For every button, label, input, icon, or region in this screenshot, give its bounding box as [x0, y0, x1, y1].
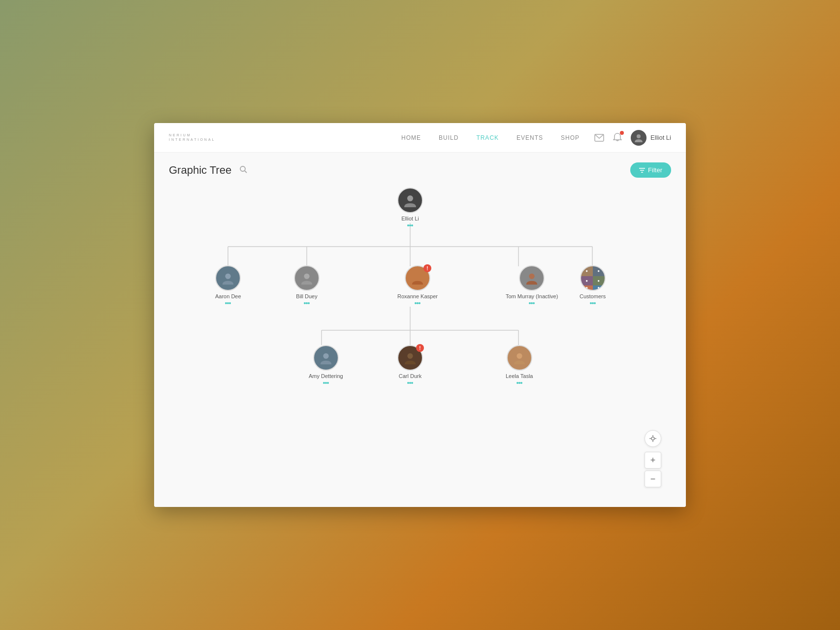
node-carl-durk[interactable]: ! Carl Durk — [397, 345, 423, 387]
node-amy-dettering[interactable]: Amy Dettering — [309, 345, 343, 387]
multi-cell-5: ● — [581, 285, 593, 290]
svg-point-41 — [594, 302, 596, 304]
svg-point-48 — [409, 382, 411, 384]
svg-point-36 — [529, 302, 531, 304]
node-aaron-dee[interactable]: Aaron Dee — [215, 265, 241, 307]
svg-point-19 — [407, 195, 413, 201]
nav-track[interactable]: TRACK — [476, 134, 499, 141]
node-expand-amy[interactable] — [323, 380, 329, 387]
node-name-leela: Leela Tasla — [506, 373, 533, 379]
filter-button[interactable]: Filter — [630, 162, 671, 178]
content-area: Graphic Tree Filter — [154, 153, 686, 507]
svg-point-47 — [407, 382, 409, 384]
node-roxanne-kasper[interactable]: ! Roxanne Kasper — [397, 265, 438, 307]
multi-cell-4: ● — [593, 276, 605, 286]
zoom-in-button[interactable]: + — [645, 452, 661, 469]
svg-point-54 — [651, 437, 654, 440]
avatar-wrap-bill — [294, 265, 320, 291]
node-name-roxanne: Roxanne Kasper — [397, 293, 438, 299]
avatar-leela — [507, 345, 532, 371]
svg-point-2 — [240, 166, 245, 171]
node-expand-aaron[interactable] — [225, 300, 231, 307]
svg-point-51 — [517, 382, 518, 384]
svg-point-46 — [407, 353, 413, 359]
nav-build[interactable]: BUILD — [439, 134, 458, 141]
tree-area: Elliot Li — [169, 183, 671, 497]
page-header: Graphic Tree Filter — [169, 162, 671, 178]
avatar-wrap-roxanne: ! — [405, 265, 430, 291]
node-expand-bill[interactable] — [303, 300, 310, 307]
svg-point-31 — [415, 274, 420, 279]
node-customers[interactable]: ● ● ● ● ● ● Customers — [580, 265, 606, 307]
avatar-tom — [519, 265, 545, 291]
avatar-elliot — [397, 188, 423, 213]
svg-point-35 — [529, 274, 535, 279]
mail-icon-button[interactable] — [594, 134, 604, 142]
zoom-controls: + − — [645, 430, 661, 487]
user-menu[interactable]: Elliot Li — [631, 130, 671, 146]
svg-point-53 — [520, 382, 522, 384]
zoom-in-label: + — [650, 455, 656, 466]
node-name-tom: Tom Murray (Inactive) — [506, 293, 558, 299]
svg-point-33 — [417, 302, 419, 304]
svg-line-3 — [245, 171, 247, 173]
nav-events[interactable]: EVENTS — [517, 134, 543, 141]
svg-point-40 — [592, 302, 594, 304]
node-bill-duey[interactable]: Bill Duey — [294, 265, 320, 307]
multi-cell-2: ● — [593, 266, 605, 276]
node-expand-leela[interactable] — [516, 380, 523, 387]
nav-shop[interactable]: SHOP — [561, 134, 580, 141]
notification-icon-button[interactable] — [613, 133, 622, 143]
svg-point-24 — [225, 302, 227, 304]
svg-point-44 — [325, 382, 327, 384]
node-leela-tasla[interactable]: Leela Tasla — [506, 345, 533, 387]
nav-links: HOME BUILD TRACK EVENTS SHOP — [401, 134, 580, 141]
node-expand-roxanne[interactable] — [414, 300, 421, 307]
navbar: NERIUM INTERNATIONAL HOME BUILD TRACK EV… — [154, 123, 686, 153]
filter-label: Filter — [648, 166, 662, 174]
app-window: NERIUM INTERNATIONAL HOME BUILD TRACK EV… — [154, 123, 686, 507]
node-expand-elliot[interactable] — [407, 222, 414, 229]
svg-point-32 — [415, 302, 417, 304]
node-name-amy: Amy Dettering — [309, 373, 343, 379]
avatar-wrap-amy — [313, 345, 339, 371]
svg-point-20 — [407, 224, 409, 226]
node-expand-tom[interactable] — [528, 300, 535, 307]
node-name-customers: Customers — [580, 293, 606, 299]
logo: NERIUM INTERNATIONAL — [169, 133, 216, 142]
user-name: Elliot Li — [650, 134, 671, 141]
node-tom-murray[interactable]: Tom Murray (Inactive) — [506, 265, 558, 307]
page-title: Graphic Tree — [169, 164, 231, 177]
nav-home[interactable]: HOME — [401, 134, 421, 141]
node-name-carl: Carl Durk — [399, 373, 421, 379]
svg-point-43 — [323, 382, 325, 384]
node-name-bill: Bill Duey — [296, 293, 317, 299]
avatar-wrap-leela — [507, 345, 532, 371]
svg-point-23 — [226, 274, 231, 279]
zoom-out-button[interactable]: − — [645, 471, 661, 487]
user-avatar — [631, 130, 646, 146]
avatar-wrap-tom — [519, 265, 545, 291]
notification-badge — [620, 131, 624, 135]
svg-point-29 — [306, 302, 308, 304]
alert-badge-roxanne: ! — [423, 264, 431, 272]
svg-point-49 — [411, 382, 413, 384]
avatar-customers: ● ● ● ● ● ● — [580, 265, 606, 291]
svg-point-42 — [323, 353, 328, 359]
logo-line1: NERIUM — [169, 133, 216, 137]
search-button[interactable] — [239, 165, 247, 175]
node-expand-carl[interactable] — [407, 380, 414, 387]
svg-point-37 — [531, 302, 533, 304]
svg-point-50 — [517, 353, 522, 359]
svg-point-39 — [590, 302, 592, 304]
recenter-button[interactable] — [645, 430, 661, 447]
svg-point-22 — [411, 224, 413, 226]
node-elliot-li[interactable]: Elliot Li — [397, 188, 423, 229]
svg-point-45 — [327, 382, 329, 384]
multi-cell-1: ● — [581, 266, 593, 276]
svg-point-30 — [308, 302, 310, 304]
zoom-out-label: − — [650, 474, 656, 484]
node-expand-customers[interactable] — [589, 300, 596, 307]
nav-icons: Elliot Li — [594, 130, 671, 146]
svg-point-27 — [304, 274, 309, 279]
